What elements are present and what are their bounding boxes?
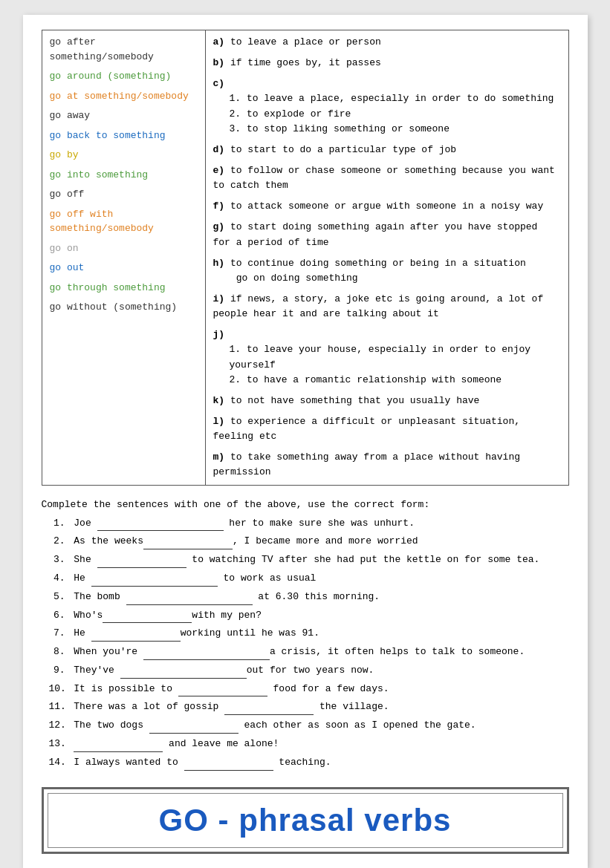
blank-1[interactable] [97, 521, 224, 531]
exercise-item-6: 6. Who'swith my pen? [49, 608, 569, 624]
blank-7[interactable] [91, 631, 181, 642]
blank-5[interactable] [126, 595, 253, 605]
definition-i: i) if news, a story, a joke etc is going… [213, 292, 561, 322]
exercise-item-2: 2. As the weeks, I became more and more … [49, 534, 569, 549]
blank-8[interactable] [143, 650, 270, 660]
blank-9[interactable] [120, 668, 247, 679]
page: go after something/somebody go around (s… [23, 15, 588, 868]
blank-11[interactable] [224, 705, 314, 715]
definition-f: f) to attack someone or argue with someo… [213, 199, 561, 214]
definition-e: e) to follow or chase someone or somethi… [213, 163, 561, 193]
phrasal-verb-8: go off [50, 187, 198, 202]
phrasal-verb-6: go by [50, 148, 198, 163]
definition-h: h) to continue doing something or being … [213, 256, 561, 286]
definition-l: l) to experience a difficult or unpleasa… [213, 414, 561, 444]
blank-3[interactable] [97, 558, 186, 568]
phrasal-verb-10: go on [50, 241, 198, 256]
exercise-list: 1. Joe her to make sure she was unhurt. … [42, 516, 569, 771]
blank-10[interactable] [178, 686, 267, 696]
exercise-item-14: 14. I always wanted to teaching. [49, 755, 569, 771]
exercise-item-10: 10. It is possible to food for a few day… [49, 682, 569, 697]
matching-table: go after something/somebody go around (s… [42, 30, 569, 486]
phrasal-verb-9: go off with something/somebody [50, 207, 198, 236]
phrasal-verb-7: go into something [50, 168, 198, 183]
exercise-item-8: 8. When you're a crisis, it often helps … [49, 645, 569, 660]
blank-13[interactable] [74, 742, 163, 752]
phrasal-verb-13: go without (something) [50, 300, 198, 315]
definition-g: g) to start doing something again after … [213, 220, 561, 249]
exercises-section: Complete the sentences with one of the a… [42, 499, 569, 771]
exercise-item-4: 4. He to work as usual [49, 571, 569, 587]
phrasal-verb-4: go away [50, 108, 198, 123]
blank-2[interactable] [143, 539, 233, 549]
title-text: GO - phrasal verbs [51, 803, 559, 838]
exercises-title: Complete the sentences with one of the a… [42, 499, 569, 510]
phrasal-verb-3: go at something/somebody [50, 89, 198, 104]
blank-4[interactable] [91, 576, 218, 587]
definition-m: m) to take something away from a place w… [213, 450, 561, 480]
phrasal-verb-12: go through something [50, 281, 198, 296]
definition-d: d) to start to do a particular type of j… [213, 143, 561, 157]
exercise-item-12: 12. The two dogs each other as soon as I… [49, 718, 569, 734]
definition-k: k) to not have something that you usuall… [213, 394, 561, 408]
phrasal-verb-1: go after something/somebody [50, 35, 198, 64]
exercise-item-5: 5. The bomb at 6.30 this morning. [49, 590, 569, 605]
exercise-item-3: 3. She to watching TV after she had put … [49, 552, 569, 568]
definition-c: c) 1. to leave a place, especially in or… [213, 76, 561, 137]
phrasal-verb-2: go around (something) [50, 69, 198, 84]
exercise-item-1: 1. Joe her to make sure she was unhurt. [49, 516, 569, 532]
definition-b: b) if time goes by, it passes [213, 56, 561, 71]
definition-j: j) 1. to leave your house, especially in… [213, 327, 561, 388]
blank-6[interactable] [103, 613, 192, 623]
exercise-item-9: 9. They've out for two years now. [49, 663, 569, 679]
blank-14[interactable] [184, 760, 273, 771]
title-box: GO - phrasal verbs [42, 787, 569, 854]
exercise-item-11: 11. There was a lot of gossip the villag… [49, 699, 569, 715]
left-column: go after something/somebody go around (s… [42, 30, 205, 486]
blank-12[interactable] [149, 723, 239, 734]
right-column: a) to leave a place or person b) if time… [205, 30, 568, 486]
definition-a: a) to leave a place or person [213, 35, 561, 50]
phrasal-verb-5: go back to something [50, 128, 198, 143]
phrasal-verb-11: go out [50, 261, 198, 275]
exercise-item-13: 13. and leave me alone! [49, 737, 569, 752]
exercise-item-7: 7. He working until he was 91. [49, 626, 569, 642]
